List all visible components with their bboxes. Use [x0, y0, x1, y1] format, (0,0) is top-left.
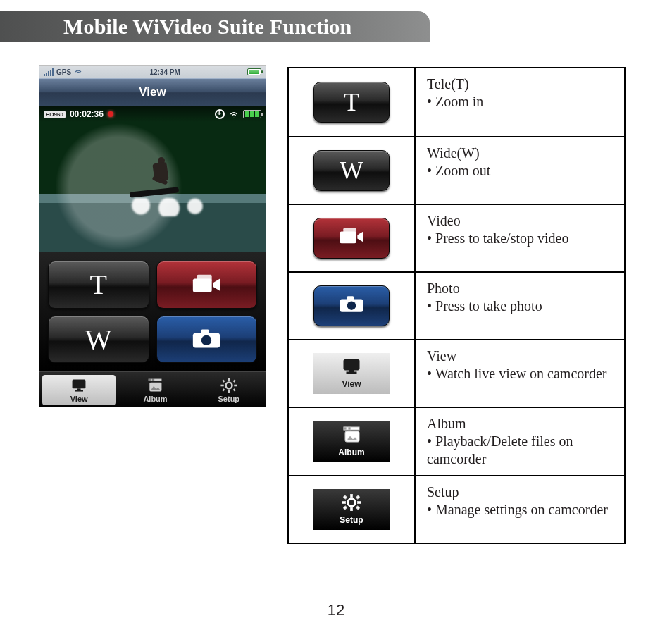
legend-item-name: View — [427, 347, 614, 365]
wifi-icon — [229, 110, 239, 118]
tab-bar: View Album Setup — [39, 371, 266, 407]
hd-badge: HD960 — [44, 111, 66, 118]
legend-item-name: Album — [427, 415, 614, 433]
app-title-bar: View — [39, 78, 266, 106]
tab-setup-label: Setup — [218, 395, 240, 403]
monitor-icon — [342, 358, 361, 377]
live-view-area[interactable]: HD960 00:02:36 — [39, 106, 266, 252]
signal-bars-icon — [44, 68, 54, 76]
control-grid: T W — [39, 252, 266, 371]
tab-album-label: Album — [143, 395, 167, 403]
page-number-value: 12 — [328, 601, 344, 619]
tele-button-label: T — [90, 268, 107, 301]
legend-item-name: Wide(W) — [427, 144, 614, 162]
legend-item-name: Setup — [427, 483, 614, 501]
battery-icon — [247, 68, 261, 75]
legend-item-name: Tele(T) — [427, 75, 614, 93]
legend-view-caption: View — [342, 379, 361, 389]
legend-item-desc: Press to take photo — [427, 297, 614, 315]
legend-row: Photo Press to take photo — [289, 271, 624, 339]
legend-table: T Tele(T) Zoom in W Wide(W) Zoom out Vid… — [287, 67, 626, 544]
app-title-text: View — [139, 85, 166, 99]
ios-status-bar: GPS 12:34 PM — [39, 66, 266, 78]
video-record-button[interactable] — [156, 261, 258, 309]
tab-album[interactable]: Album — [118, 372, 192, 407]
legend-row: W Wide(W) Zoom out — [289, 136, 624, 204]
legend-album-thumb: Album — [313, 421, 390, 462]
page-number: 12 — [0, 601, 672, 619]
legend-item-desc: Zoom out — [427, 162, 614, 180]
gear-icon — [342, 494, 361, 513]
water-splash-shape — [107, 198, 220, 216]
camcorder-icon — [190, 273, 223, 297]
section-title-text: Mobile WiVideo Suite Function — [63, 15, 351, 39]
legend-album-caption: Album — [338, 447, 364, 457]
phone-mockup: GPS 12:34 PM View HD960 00:02:36 — [39, 65, 266, 407]
legend-item-name: Photo — [427, 280, 614, 297]
album-icon — [342, 426, 361, 445]
legend-row: Album Album Playback/Delete files on cam… — [289, 407, 624, 475]
monitor-icon — [70, 378, 87, 393]
legend-row: Setup Setup Manage settings on camcorder — [289, 475, 624, 543]
legend-row: Video Press to take/stop video — [289, 204, 624, 271]
legend-item-name: Video — [427, 212, 614, 230]
recording-dot-icon — [108, 111, 113, 117]
legend-item-desc: Manage settings on camcorder — [427, 501, 614, 519]
legend-item-desc: Press to take/stop video — [427, 230, 614, 247]
legend-tele-chip: T — [313, 82, 390, 123]
legend-setup-thumb: Setup — [313, 489, 390, 530]
legend-view-thumb: View — [313, 353, 390, 394]
tele-button[interactable]: T — [48, 261, 149, 309]
legend-video-chip — [313, 218, 390, 259]
camera-icon — [337, 294, 366, 319]
camera-icon — [190, 327, 223, 351]
wide-button-label: W — [85, 323, 112, 356]
legend-row: View View Watch live view on camcorder — [289, 339, 624, 407]
legend-row: T Tele(T) Zoom in — [289, 68, 624, 136]
legend-item-desc: Playback/Delete files on camcorder — [427, 433, 614, 468]
tab-view[interactable]: View — [42, 375, 116, 405]
gear-icon — [220, 378, 237, 393]
legend-item-desc: Zoom in — [427, 93, 614, 111]
legend-tele-caption: T — [344, 87, 359, 117]
photo-capture-button[interactable] — [156, 316, 258, 364]
wifi-icon — [74, 68, 82, 75]
zoom-magnifier-icon — [215, 109, 225, 119]
legend-wide-caption: W — [340, 156, 363, 185]
status-time: 12:34 PM — [149, 68, 180, 76]
video-overlay-bar: HD960 00:02:36 — [39, 106, 266, 122]
legend-photo-chip — [313, 285, 390, 326]
tab-view-label: View — [70, 395, 88, 403]
camcorder-icon — [337, 226, 366, 251]
carrier-label: GPS — [56, 68, 71, 76]
record-timer: 00:02:36 — [70, 109, 104, 119]
legend-item-desc: Watch live view on camcorder — [427, 365, 614, 383]
camcorder-battery-icon — [243, 110, 261, 118]
wide-button[interactable]: W — [48, 316, 149, 364]
section-title: Mobile WiVideo Suite Function — [0, 11, 430, 42]
tab-setup[interactable]: Setup — [192, 372, 266, 407]
legend-wide-chip: W — [313, 150, 390, 191]
album-icon — [147, 378, 163, 393]
legend-setup-caption: Setup — [340, 515, 363, 525]
